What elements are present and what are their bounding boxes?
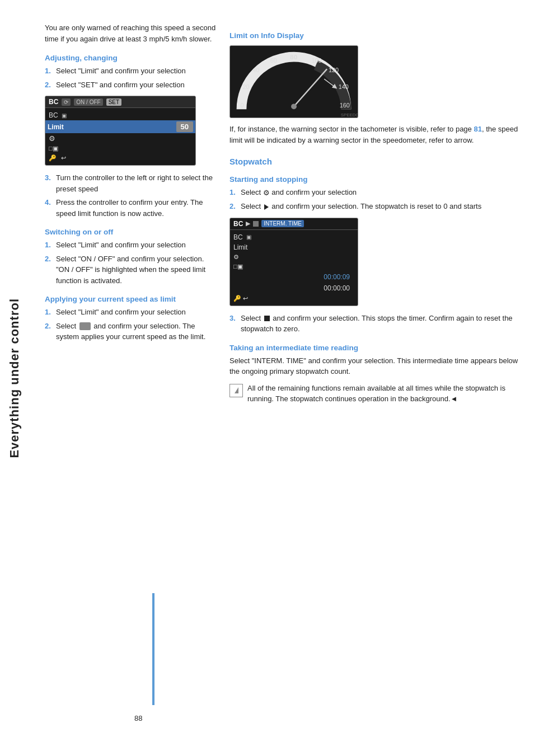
svg-text:20: 20 bbox=[242, 83, 249, 90]
screen2-top-bar: BC ▶ INTERM. TIME bbox=[230, 218, 358, 230]
stop-btn-icon bbox=[253, 221, 259, 227]
adjusting-heading: Adjusting, changing bbox=[45, 54, 218, 62]
adjusting-list-1: 1. Select "Limit" and confirm your selec… bbox=[45, 65, 218, 90]
svg-text:140: 140 bbox=[339, 83, 349, 90]
screen-row-gear: ⚙ bbox=[49, 133, 192, 144]
interm-heading: Taking an intermediate time reading bbox=[229, 344, 523, 352]
starting-heading: Starting and stopping bbox=[229, 175, 523, 184]
svg-text:120: 120 bbox=[329, 67, 339, 73]
speedometer-image: 0 20 40 60 80 100 120 140 160 bbox=[229, 45, 358, 118]
list-item: 1. Select ⚙ and confirm your selection bbox=[229, 187, 523, 198]
left-column: You are only warned of reaching this spe… bbox=[45, 22, 218, 405]
screen-top-bar-1: BC ⟳ ON / OFF SET bbox=[45, 96, 195, 108]
sidebar-label: Everything under control bbox=[7, 298, 22, 458]
limit-display-heading: Limit on Info Display bbox=[229, 31, 523, 40]
svg-text:40: 40 bbox=[252, 67, 259, 73]
stop-icon bbox=[264, 316, 270, 321]
svg-text:80: 80 bbox=[290, 53, 298, 61]
switching-heading: Switching on or off bbox=[45, 228, 218, 236]
list-item: 4. Press the controller to confirm your … bbox=[45, 197, 218, 219]
list-item: 2. Select "SET" and confirm your selecti… bbox=[45, 79, 218, 91]
screen-body-1: BC ▣ Limit 50 ⚙ □▣ 🔑 ↩ bbox=[45, 108, 195, 165]
page-number: 88 bbox=[134, 714, 142, 722]
svg-text:100: 100 bbox=[312, 57, 322, 64]
starting-list: 1. Select ⚙ and confirm your selection 2… bbox=[229, 187, 523, 212]
list-item: 1. Select "Limit" and confirm your selec… bbox=[45, 65, 218, 77]
note-box: All of the remaining functions remain av… bbox=[229, 383, 523, 405]
play-icon bbox=[264, 204, 269, 210]
right-column: Limit on Info Display 0 20 40 60 80 100 bbox=[229, 22, 523, 405]
main-content: You are only warned of reaching this spe… bbox=[34, 0, 534, 427]
svg-text:0: 0 bbox=[240, 102, 243, 109]
svg-point-11 bbox=[291, 104, 297, 109]
screen-row-display: □▣ bbox=[49, 144, 192, 153]
screen2-row-bc: BC ▣ bbox=[233, 232, 354, 242]
svg-text:60: 60 bbox=[270, 57, 277, 64]
switching-list: 1. Select "Limit" and confirm your selec… bbox=[45, 240, 218, 286]
blue-rule bbox=[152, 593, 154, 705]
svg-text:160: 160 bbox=[340, 102, 350, 109]
list-item: 3. Select and confirm your selection. Th… bbox=[229, 313, 523, 335]
note-icon bbox=[229, 384, 243, 397]
svg-text:SPEEDOMETER: SPEEDOMETER bbox=[341, 112, 358, 118]
screen-mockup-2: BC ▶ INTERM. TIME BC ▣ Limit ⚙ □▣ bbox=[229, 218, 358, 306]
step3-list: 3. Select and confirm your selection. Th… bbox=[229, 313, 523, 335]
note-text: All of the remaining functions remain av… bbox=[247, 383, 523, 405]
triangle-icon bbox=[235, 387, 238, 393]
screen2-row-limit: Limit bbox=[233, 242, 354, 252]
list-item: 1. Select "Limit" and confirm your selec… bbox=[45, 240, 218, 251]
list-item: 2. Select and confirm your selection. Th… bbox=[45, 321, 218, 342]
time-display-primary: 00:00:09 bbox=[233, 271, 354, 283]
intro-text: You are only warned of reaching this spe… bbox=[45, 22, 218, 45]
sidebar: Everything under control bbox=[0, 0, 29, 756]
applying-list: 1. Select "Limit" and confirm your selec… bbox=[45, 307, 218, 342]
screen2-row-key: 🔑 ↩ bbox=[233, 294, 354, 303]
apply-speed-icon bbox=[79, 322, 91, 330]
list-item: 3. Turn the controller to the left or ri… bbox=[45, 172, 218, 194]
list-item: 2. Select and confirm your selection. Th… bbox=[229, 201, 523, 212]
screen-row-limit: Limit 50 bbox=[45, 120, 195, 133]
stopwatch-heading: Stopwatch bbox=[229, 157, 523, 166]
screen-row-bc: BC ▣ bbox=[49, 110, 192, 120]
screen2-row-gear: ⚙ bbox=[233, 252, 354, 262]
screen2-row-display: □▣ bbox=[233, 262, 354, 271]
screen-mockup-1: BC ⟳ ON / OFF SET BC ▣ Limit 50 ⚙ □▣ bbox=[45, 96, 196, 166]
speedometer-svg: 0 20 40 60 80 100 120 140 160 bbox=[230, 46, 358, 118]
screen-row-key: 🔑 ↩ bbox=[49, 153, 192, 163]
list-item: 1. Select "Limit" and confirm your selec… bbox=[45, 307, 218, 318]
interm-text: Select "INTERM. TIME" and confirm your s… bbox=[229, 355, 523, 377]
limit-display-text: If, for instance, the warning sector in … bbox=[229, 124, 523, 145]
screen2-body: BC ▣ Limit ⚙ □▣ 00:00:09 00:00:00 🔑 ↩ bbox=[230, 230, 358, 306]
speed-value: 50 bbox=[176, 121, 193, 132]
applying-heading: Applying your current speed as limit bbox=[45, 295, 218, 303]
adjusting-list-2: 3. Turn the controller to the left or ri… bbox=[45, 172, 218, 219]
time-display-secondary: 00:00:00 bbox=[233, 283, 354, 294]
list-item: 2. Select "ON / OFF" and confirm your se… bbox=[45, 253, 218, 287]
